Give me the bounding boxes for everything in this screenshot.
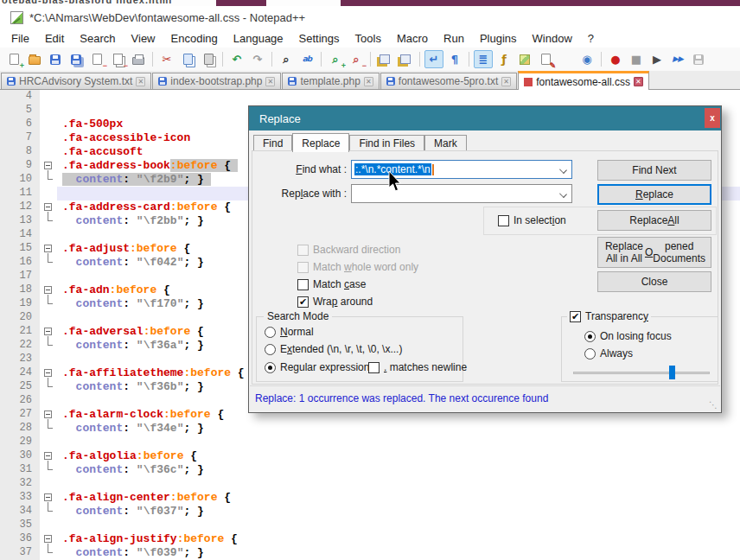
- monitoring-button[interactable]: ◉: [577, 50, 596, 68]
- fold-collapse-icon[interactable]: [44, 369, 52, 377]
- file-tab-fontawesome-all-css[interactable]: fontawesome-all.css✕: [518, 71, 649, 90]
- replace-button[interactable]: ab: [297, 50, 316, 68]
- match-case-option[interactable]: Match case: [297, 278, 366, 290]
- menu-run[interactable]: Run: [436, 30, 472, 47]
- match-whole-word-checkbox[interactable]: [297, 262, 309, 273]
- transparency-checkbox[interactable]: ✔: [570, 311, 581, 322]
- find-next-button[interactable]: Find Next: [597, 160, 711, 181]
- tab-close-icon[interactable]: ✕: [136, 77, 145, 86]
- paste-button[interactable]: [199, 50, 218, 68]
- fold-collapse-icon[interactable]: [44, 410, 52, 418]
- record-macro-button[interactable]: ●: [606, 50, 625, 68]
- redo-button[interactable]: ↷: [248, 50, 267, 68]
- match-whole-word-option[interactable]: Match whole word only: [297, 261, 418, 273]
- in-selection-option[interactable]: In selection: [498, 214, 566, 226]
- tab-close-icon[interactable]: ✕: [501, 77, 511, 86]
- stop-recording-button[interactable]: ■: [627, 50, 646, 68]
- extended-radio[interactable]: [265, 344, 276, 355]
- matches-newline-option[interactable]: . matches newline: [368, 361, 467, 373]
- document-list-button[interactable]: ✎: [536, 50, 555, 68]
- fold-collapse-icon[interactable]: [44, 493, 52, 501]
- cut-button[interactable]: ✂: [157, 50, 176, 68]
- fold-margin-marker[interactable]: [40, 159, 57, 173]
- always-option[interactable]: Always: [584, 347, 633, 360]
- fold-collapse-icon[interactable]: [44, 328, 52, 335]
- normal-radio[interactable]: [265, 327, 276, 338]
- matches-newline-checkbox[interactable]: [368, 362, 380, 373]
- fold-margin-marker[interactable]: [40, 366, 57, 380]
- replace-all-button[interactable]: Replace All: [597, 210, 711, 231]
- fold-margin-marker[interactable]: [40, 532, 57, 546]
- fold-margin-marker[interactable]: [40, 491, 57, 505]
- tab-close-icon[interactable]: ✕: [364, 77, 373, 86]
- show-all-characters-button[interactable]: ¶: [445, 50, 464, 68]
- zoom-out-button[interactable]: ⌕−: [347, 50, 366, 68]
- menu-settings[interactable]: Settings: [291, 30, 348, 47]
- fold-margin-marker[interactable]: [40, 325, 57, 339]
- regular-expression-radio[interactable]: [265, 362, 276, 373]
- menu-plugins[interactable]: Plugins: [472, 30, 525, 47]
- fold-margin-marker[interactable]: [40, 200, 57, 214]
- menu-tools[interactable]: Tools: [348, 30, 389, 47]
- file-tab-hrcadvisory-system-txt[interactable]: HRCAdvisory System.txt✕: [1, 73, 151, 89]
- search-mode-extended-option[interactable]: Extended (\n, \r, \t, \0, \x...): [265, 343, 402, 355]
- backward-direction-checkbox[interactable]: [297, 245, 309, 256]
- fold-margin-marker[interactable]: [40, 242, 57, 256]
- run-macro-multiple-times-button[interactable]: ▶▶: [668, 50, 687, 68]
- fold-collapse-icon[interactable]: [44, 535, 52, 543]
- in-selection-checkbox[interactable]: [498, 215, 509, 226]
- word-wrap-button[interactable]: ↵: [424, 50, 443, 68]
- menu-macro[interactable]: Macro: [389, 30, 436, 47]
- menu-language[interactable]: Language: [226, 30, 291, 47]
- resize-grip[interactable]: ⋱: [709, 400, 718, 410]
- copy-button[interactable]: [178, 50, 197, 68]
- menu-edit[interactable]: Edit: [37, 30, 72, 47]
- save-recorded-macro-button[interactable]: [689, 50, 708, 68]
- search-mode-normal-option[interactable]: Normal: [265, 326, 314, 338]
- match-case-checkbox[interactable]: [297, 279, 309, 290]
- title-bar[interactable]: *C:\ANmars\WebDev\fontawesome-all.css - …: [0, 6, 740, 29]
- folder-as-workspace-button[interactable]: [557, 50, 576, 68]
- sync-horizontal-scrolling-button[interactable]: [396, 50, 415, 68]
- dialog-tab-mark[interactable]: Mark: [424, 135, 467, 151]
- file-tab-fontawesome-5pro-txt[interactable]: fontawesome-5pro.txt✕: [380, 73, 517, 89]
- wrap-around-option[interactable]: ✔ Wrap around: [297, 296, 373, 308]
- close-button[interactable]: Close: [597, 271, 711, 292]
- fold-margin-marker[interactable]: [40, 283, 57, 297]
- new-file-button[interactable]: +: [4, 50, 23, 68]
- on-losing-focus-radio[interactable]: [584, 331, 596, 342]
- save-button[interactable]: [46, 50, 65, 68]
- menu-help[interactable]: ?: [580, 30, 602, 47]
- function-list-button[interactable]: ƒ: [494, 50, 514, 68]
- tab-close-icon[interactable]: ✕: [634, 77, 643, 86]
- transparency-slider-handle[interactable]: [669, 366, 675, 379]
- fold-collapse-icon[interactable]: [44, 162, 52, 169]
- search-mode-regex-option[interactable]: Regular expression: [265, 361, 369, 373]
- replace-button[interactable]: Replace: [597, 184, 711, 205]
- dialog-tab-find-in-files[interactable]: Find in Files: [349, 135, 424, 151]
- always-radio[interactable]: [584, 348, 596, 360]
- transparency-option[interactable]: ✔ Transparency: [567, 310, 651, 322]
- dialog-title-bar[interactable]: Replace: [249, 106, 721, 130]
- tab-close-icon[interactable]: ✕: [265, 77, 275, 86]
- chevron-down-icon[interactable]: [560, 191, 567, 198]
- backward-direction-option[interactable]: Backward direction: [297, 244, 400, 256]
- zoom-in-button[interactable]: ⌕+: [326, 50, 345, 68]
- menu-view[interactable]: View: [124, 30, 163, 47]
- save-all-button[interactable]: [67, 50, 86, 68]
- on-losing-focus-option[interactable]: On losing focus: [584, 330, 672, 342]
- fold-margin-marker[interactable]: [40, 408, 57, 422]
- undo-button[interactable]: ↶: [227, 50, 246, 68]
- menu-encoding[interactable]: Encoding: [163, 30, 226, 47]
- dialog-close-button[interactable]: x: [705, 108, 720, 128]
- file-tab-template-php[interactable]: template.php✕: [282, 73, 379, 89]
- indent-guide-button[interactable]: ≣: [474, 50, 493, 68]
- fold-collapse-icon[interactable]: [44, 452, 52, 460]
- menu-file[interactable]: File: [3, 30, 37, 47]
- file-tab-index-bootstrap-php[interactable]: index-bootstrap.php✕: [152, 73, 281, 89]
- fold-collapse-icon[interactable]: [44, 286, 52, 294]
- playback-macro-button[interactable]: ▶: [648, 50, 667, 68]
- replace-with-combobox[interactable]: [351, 184, 572, 203]
- sync-vertical-scrolling-button[interactable]: [375, 50, 394, 68]
- find-button[interactable]: ⌕: [277, 50, 296, 68]
